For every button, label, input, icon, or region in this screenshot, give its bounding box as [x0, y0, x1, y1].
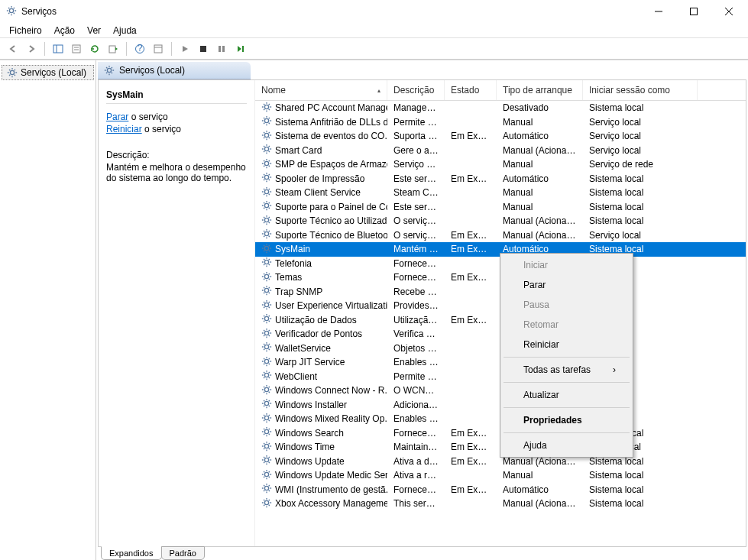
- service-logon: Serviço de rede: [583, 159, 698, 170]
- service-state: Em Exec...: [445, 442, 497, 452]
- properties-icon-button[interactable]: [68, 40, 85, 57]
- menu-file[interactable]: Ficheiro: [3, 24, 48, 37]
- gear-icon: [261, 228, 272, 241]
- table-row[interactable]: Steam Client ServiceSteam Cli...ManualSi…: [255, 186, 746, 200]
- service-logon: Serviço local: [583, 145, 698, 156]
- tree-node-label: Serviços (Local): [21, 67, 86, 78]
- service-description: Fornece a ...: [387, 272, 445, 283]
- title-bar: Serviços: [0, 0, 748, 23]
- table-row[interactable]: Suporte Técnico de BluetoothO serviço ..…: [255, 228, 746, 243]
- svg-point-37: [264, 331, 268, 335]
- service-logon: Serviço local: [583, 117, 698, 128]
- ctx-refresh[interactable]: Atualizar: [502, 385, 631, 405]
- back-button[interactable]: [5, 40, 21, 57]
- service-logon: Sistema local: [583, 202, 698, 212]
- service-name: Suporte para o Painel de Co...: [275, 202, 387, 212]
- minimize-button[interactable]: [641, 0, 676, 23]
- description-text: Mantém e melhora o desempenho do sistema…: [106, 162, 247, 183]
- gear-icon: [261, 186, 272, 199]
- table-row[interactable]: Shared PC Account ManagerManages ...Desa…: [255, 101, 746, 115]
- tab-expanded[interactable]: Expandidos: [101, 546, 162, 560]
- stop-service-link[interactable]: Parar: [106, 112, 128, 122]
- view-tabs: Expandidos Padrão: [96, 546, 748, 560]
- column-name[interactable]: Nome▴: [255, 80, 387, 100]
- maximize-button[interactable]: [676, 0, 711, 23]
- service-description: Manages ...: [387, 102, 445, 113]
- service-startup: Automático: [497, 484, 583, 495]
- menu-bar: Ficheiro Ação Ver Ajuda: [0, 23, 748, 38]
- column-description[interactable]: Descrição: [387, 80, 445, 100]
- service-name: Windows Mixed Reality Op...: [275, 413, 387, 424]
- service-startup: Automático: [497, 173, 583, 184]
- service-description: O serviço ...: [387, 215, 445, 226]
- gear-icon: [261, 370, 272, 383]
- show-hide-tree-button[interactable]: [50, 40, 66, 57]
- forward-button[interactable]: [23, 40, 40, 57]
- restart-service-link[interactable]: Reiniciar: [106, 124, 142, 134]
- svg-rect-13: [154, 45, 162, 53]
- export-button[interactable]: [105, 40, 121, 57]
- help-button[interactable]: ?: [131, 40, 148, 57]
- table-row[interactable]: Xbox Accessory Manageme...This servic...…: [255, 497, 746, 511]
- table-row[interactable]: Suporte para o Painel de Co...Este servi…: [255, 200, 746, 215]
- service-name: Utilização de Dados: [275, 315, 357, 325]
- menu-help[interactable]: Ajuda: [107, 24, 143, 37]
- service-name: Windows Update: [275, 456, 345, 467]
- table-row[interactable]: Windows Update Medic Ser...Ativa a re...…: [255, 468, 746, 483]
- service-description: Mantém e...: [387, 244, 445, 254]
- gear-icon: [261, 144, 272, 157]
- app-icon: [6, 5, 17, 18]
- service-name: Warp JIT Service: [275, 357, 345, 367]
- stop-service-button[interactable]: [195, 40, 212, 57]
- table-row[interactable]: Sistema de eventos do CO...Suporta o ...…: [255, 129, 746, 144]
- start-service-button[interactable]: [176, 40, 193, 57]
- ctx-resume: Retomar: [502, 315, 631, 335]
- service-description: Este serviç...: [387, 202, 445, 212]
- column-state[interactable]: Estado: [445, 80, 497, 100]
- restart-service-button[interactable]: [232, 40, 248, 57]
- svg-point-39: [264, 359, 268, 363]
- pause-service-button[interactable]: [213, 40, 230, 57]
- gear-icon: [261, 328, 272, 341]
- svg-point-35: [264, 303, 268, 306]
- table-row[interactable]: Smart CardGere o ace...Manual (Acionar .…: [255, 144, 746, 158]
- svg-rect-15: [200, 46, 206, 52]
- gear-icon: [261, 441, 272, 454]
- service-startup: Manual (Acionar ...: [497, 145, 583, 156]
- panel-header: Serviços (Local): [98, 62, 251, 79]
- ctx-restart[interactable]: Reiniciar: [502, 335, 631, 354]
- service-startup: Manual: [497, 202, 583, 212]
- service-name: Temas: [275, 272, 302, 283]
- ctx-all-tasks[interactable]: Todas as tarefas›: [502, 360, 631, 380]
- close-button[interactable]: [711, 0, 746, 23]
- table-row[interactable]: SMP de Espaços de Armaze...Serviço an...…: [255, 157, 746, 172]
- ctx-stop[interactable]: Parar: [502, 275, 631, 295]
- ctx-pause: Pausa: [502, 295, 631, 315]
- svg-point-24: [264, 147, 268, 151]
- table-row[interactable]: Sistema Anfitrião de DLLs d...Permite q.…: [255, 115, 746, 130]
- ctx-help[interactable]: Ajuda: [502, 435, 631, 455]
- tree-node-services-local[interactable]: Serviços (Local): [2, 65, 94, 80]
- svg-point-31: [264, 246, 268, 250]
- tab-standard[interactable]: Padrão: [161, 546, 205, 560]
- svg-rect-2: [691, 8, 698, 15]
- gear-icon: [261, 243, 272, 256]
- service-state: Em Exec...: [445, 456, 497, 467]
- ctx-properties[interactable]: Propriedades: [502, 410, 631, 430]
- gear-icon: [261, 342, 272, 354]
- service-startup: Manual: [497, 159, 583, 170]
- refresh-button[interactable]: [86, 40, 103, 57]
- properties-button[interactable]: [150, 40, 167, 57]
- svg-point-36: [264, 317, 268, 321]
- column-startup[interactable]: Tipo de arranque: [497, 80, 583, 100]
- table-row[interactable]: WMI (Instrumento de gestã...Fornece u...…: [255, 483, 746, 497]
- service-name: WMI (Instrumento de gestã...: [275, 484, 387, 495]
- table-row[interactable]: Suporte Técnico ao Utilizad...O serviço …: [255, 214, 746, 228]
- column-logon[interactable]: Iniciar sessão como: [583, 80, 698, 100]
- menu-action[interactable]: Ação: [48, 24, 81, 37]
- service-description: Enables JI...: [387, 357, 445, 367]
- table-row[interactable]: Spooler de ImpressãoEste serviç...Em Exe…: [255, 172, 746, 186]
- service-state: Em Exec...: [445, 484, 497, 495]
- gear-icon: [261, 455, 272, 468]
- menu-view[interactable]: Ver: [81, 24, 107, 37]
